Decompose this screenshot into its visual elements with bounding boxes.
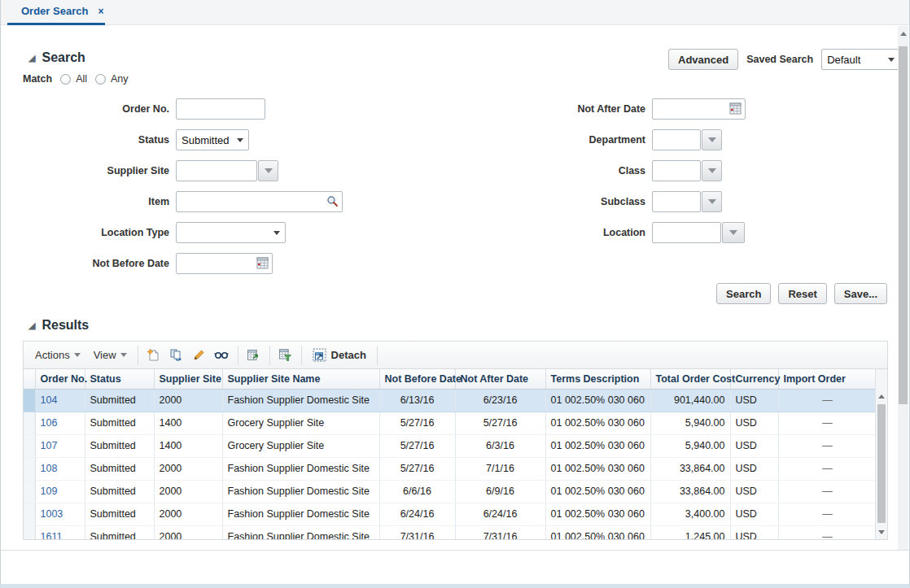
table-row[interactable]: 106Submitted1400Grocery Supplier Site5/2… — [24, 412, 875, 434]
edit-order-button[interactable] — [188, 344, 211, 367]
order-link[interactable]: 109 — [41, 486, 58, 497]
column-header[interactable]: Currency — [730, 369, 778, 389]
department-input[interactable] — [652, 129, 701, 150]
table-row[interactable]: 109Submitted2000Fashion Supplier Domesti… — [24, 480, 875, 503]
create-from-existing-button[interactable] — [165, 344, 188, 367]
row-header-cell[interactable] — [24, 457, 35, 480]
saved-search-select[interactable]: Default — [821, 49, 900, 70]
save-search-button[interactable]: Save... — [834, 283, 887, 304]
order-link[interactable]: 1611 — [41, 531, 63, 539]
edit-pencil-icon — [192, 348, 206, 362]
scroll-up-icon[interactable] — [898, 28, 908, 40]
row-header-cell[interactable] — [24, 434, 35, 457]
department-lov-button[interactable] — [702, 129, 722, 150]
location-lov-button[interactable] — [722, 222, 745, 243]
view-order-button[interactable] — [211, 344, 234, 367]
tab-close-icon[interactable]: × — [98, 6, 103, 17]
advanced-button[interactable]: Advanced — [668, 49, 738, 70]
radio-all[interactable] — [60, 74, 71, 85]
location-type-select[interactable] — [176, 222, 286, 243]
cell-terms-description: 01 002.50% 030 060 — [545, 389, 650, 412]
order-no-input[interactable] — [176, 98, 265, 120]
calendar-icon[interactable] — [729, 102, 742, 115]
column-header[interactable]: Not Before Date — [379, 369, 455, 389]
item-input[interactable] — [176, 191, 343, 212]
create-order-button[interactable] — [142, 344, 165, 367]
actions-menu[interactable]: Actions — [28, 345, 87, 366]
cell-import-order: — — [778, 525, 875, 539]
row-header-cell[interactable] — [24, 503, 35, 525]
column-header[interactable]: Supplier Site — [154, 369, 222, 389]
order-link[interactable]: 107 — [41, 440, 58, 451]
column-header[interactable]: Not After Date — [455, 369, 545, 389]
column-header[interactable]: Terms Description — [545, 369, 650, 389]
row-header-cell[interactable] — [24, 389, 35, 412]
cell-supplier-site-name: Grocery Supplier Site — [222, 434, 379, 457]
radio-any[interactable] — [95, 74, 106, 85]
column-header[interactable]: Status — [85, 369, 154, 389]
match-any-label: Any — [111, 73, 129, 85]
row-header-cell[interactable] — [24, 525, 35, 539]
chevron-down-icon — [273, 231, 280, 235]
table-row[interactable]: 104Submitted2000Fashion Supplier Domesti… — [24, 389, 875, 412]
search-magnifier-icon[interactable] — [326, 195, 339, 207]
cell-terms-description: 01 002.50% 030 060 — [545, 503, 650, 525]
column-header[interactable]: Total Order Cost — [650, 369, 730, 389]
collapse-triangle-icon[interactable]: ◢ — [28, 53, 35, 63]
table-row[interactable]: 108Submitted2000Fashion Supplier Domesti… — [24, 457, 875, 480]
table-row[interactable]: 107Submitted1400Grocery Supplier Site5/2… — [24, 434, 875, 457]
calendar-icon[interactable] — [256, 257, 269, 269]
order-link[interactable]: 104 — [41, 394, 58, 406]
import-order-dash: — — [822, 531, 833, 539]
class-input[interactable] — [652, 160, 701, 181]
row-header-cell[interactable] — [24, 480, 35, 503]
search-section-title: Search — [42, 50, 85, 65]
import-order-dash: — — [822, 417, 833, 429]
column-header[interactable]: Import Order — [778, 369, 875, 389]
scroll-down-icon[interactable] — [876, 526, 887, 538]
supplier-site-input[interactable] — [176, 160, 257, 181]
subclass-input[interactable] — [652, 191, 701, 212]
column-header[interactable]: Supplier Site Name — [222, 369, 379, 389]
match-all-option[interactable]: All — [60, 73, 87, 85]
page-vertical-scrollbar[interactable] — [898, 26, 908, 550]
reset-button[interactable]: Reset — [778, 283, 826, 304]
export-excel-button[interactable] — [243, 344, 265, 367]
detach-button[interactable]: Detach — [306, 348, 373, 362]
collapse-triangle-icon[interactable]: ◢ — [28, 320, 35, 331]
toolbar-separator — [301, 346, 302, 365]
row-header-cell[interactable] — [24, 412, 35, 434]
order-link[interactable]: 106 — [41, 417, 58, 429]
cell-status: Submitted — [85, 389, 154, 412]
chevron-down-icon — [729, 230, 737, 235]
column-header[interactable]: Order No. — [35, 369, 85, 389]
table-row[interactable]: 1003Submitted2000Fashion Supplier Domest… — [24, 503, 875, 525]
cell-supplier-site: 2000 — [154, 457, 222, 480]
order-link[interactable]: 1003 — [41, 508, 63, 520]
view-menu[interactable]: View — [87, 345, 133, 366]
search-button[interactable]: Search — [716, 283, 771, 304]
table-vertical-scrollbar[interactable] — [875, 369, 887, 539]
subclass-lov-button[interactable] — [702, 191, 722, 212]
cell-order-no: 107 — [35, 434, 85, 457]
table-scrollbar-thumb[interactable] — [877, 404, 886, 523]
match-any-option[interactable]: Any — [95, 73, 129, 85]
cell-not-after-date: 6/9/16 — [455, 480, 545, 503]
page-scrollbar-thumb[interactable] — [899, 46, 908, 404]
table-row[interactable]: 1611Submitted2000Fashion Supplier Domest… — [24, 525, 875, 539]
results-table: Order No.StatusSupplier SiteSupplier Sit… — [24, 369, 875, 539]
status-select[interactable]: Submitted — [176, 129, 249, 150]
cell-currency: USD — [730, 480, 778, 503]
chevron-down-icon — [237, 138, 243, 142]
class-lov-button[interactable] — [702, 160, 722, 181]
export-filter-button[interactable] — [274, 344, 297, 367]
cell-supplier-site-name: Fashion Supplier Domestic Site — [222, 480, 379, 503]
supplier-site-lov-button[interactable] — [258, 160, 278, 181]
tab-order-search[interactable]: Order Search × — [21, 5, 103, 17]
order-link[interactable]: 108 — [41, 463, 58, 474]
detach-icon — [313, 348, 326, 362]
detach-label: Detach — [331, 349, 366, 361]
export-excel-icon — [247, 348, 260, 362]
scroll-up-icon[interactable] — [876, 390, 887, 403]
location-input[interactable] — [652, 222, 721, 243]
